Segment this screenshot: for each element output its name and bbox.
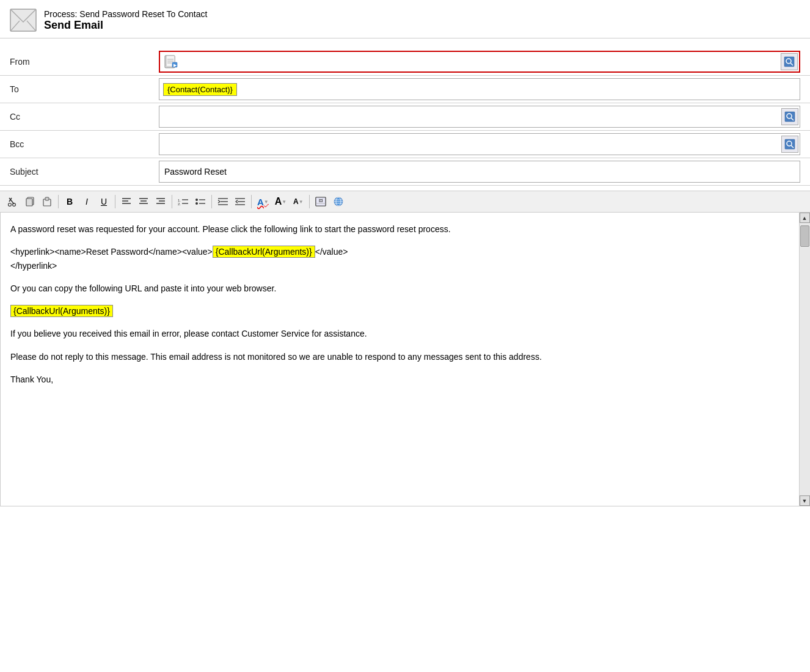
svg-text:2.: 2. xyxy=(178,202,181,206)
paste-button[interactable] xyxy=(39,194,55,210)
form-area: From ▶ <Vicki Morrison> xyxy=(0,38,810,186)
svg-point-42 xyxy=(195,202,198,205)
copy-icon xyxy=(25,197,35,206)
body-line4: Or you can copy the following URL and pa… xyxy=(10,282,787,296)
vertical-scrollbar[interactable]: ▲ ▼ xyxy=(799,213,809,506)
font-size-down-label: A xyxy=(293,197,299,206)
ordered-list-button[interactable]: 1. 2. xyxy=(175,194,191,210)
callback-url-highlight-1: {CallbackUrl(Arguments)} xyxy=(213,246,315,258)
font-size-down-button[interactable]: A ▼ xyxy=(290,194,306,210)
insert-link-icon xyxy=(332,197,345,206)
font-size-up-arrow: ▼ xyxy=(282,199,286,205)
cc-lookup-button[interactable] xyxy=(781,108,798,125)
subject-field[interactable]: Password Reset xyxy=(159,161,800,183)
bcc-row: Bcc xyxy=(0,131,810,158)
bcc-label: Bcc xyxy=(0,139,159,149)
document-icon: ▶ xyxy=(164,55,178,68)
align-center-button[interactable] xyxy=(136,194,151,210)
body-line8: Thank You, xyxy=(10,373,787,387)
align-left-button[interactable] xyxy=(119,194,134,210)
bold-button[interactable]: B xyxy=(62,194,78,210)
lookup-icon xyxy=(784,56,795,67)
scroll-thumb[interactable] xyxy=(800,225,809,247)
from-label: From xyxy=(0,57,159,67)
toolbar-sep-3 xyxy=(172,195,172,208)
font-size-down-arrow: ▼ xyxy=(299,199,304,205)
font-color-arrow: ▼ xyxy=(264,199,269,205)
underline-button[interactable]: U xyxy=(96,194,112,210)
align-center-icon xyxy=(139,197,148,206)
svg-point-22 xyxy=(9,203,12,206)
insert-image-button[interactable]: 🖼 xyxy=(313,194,329,210)
body-line2: <hyperlink><name>Reset Password</name><v… xyxy=(10,245,787,273)
body-line6: If you believe you received this email i… xyxy=(10,327,787,341)
page-title: Send Email xyxy=(44,19,207,32)
indent-icon xyxy=(217,197,228,206)
toolbar-sep-2 xyxy=(115,195,115,208)
align-right-button[interactable] xyxy=(153,194,169,210)
subject-value: Password Reset xyxy=(164,167,227,177)
process-label: Process: Send Password Reset To Contact xyxy=(44,9,207,19)
copy-button[interactable] xyxy=(22,194,38,210)
insert-link-button[interactable] xyxy=(330,194,347,210)
cc-lookup-icon xyxy=(784,111,795,122)
svg-text:🖼: 🖼 xyxy=(319,199,323,203)
svg-rect-27 xyxy=(45,197,49,200)
scroll-track[interactable] xyxy=(800,223,810,495)
toolbar-sep-4 xyxy=(211,195,212,208)
unordered-list-button[interactable] xyxy=(192,194,208,210)
header-text: Process: Send Password Reset To Contact … xyxy=(44,9,207,32)
ordered-list-icon: 1. 2. xyxy=(178,197,189,206)
cc-field[interactable] xyxy=(159,106,800,128)
from-lookup-button[interactable] xyxy=(781,53,798,70)
toolbar-sep-1 xyxy=(58,195,59,208)
from-input[interactable]: <Vicki Morrison> xyxy=(182,54,779,69)
unordered-list-icon xyxy=(195,197,206,206)
outdent-icon xyxy=(235,197,246,206)
font-color-label: A xyxy=(257,197,264,207)
email-content[interactable]: A password reset was requested for your … xyxy=(1,213,799,506)
to-label: To xyxy=(0,84,159,94)
callback-url-highlight-2: {CallbackUrl(Arguments)} xyxy=(10,305,113,317)
align-right-icon xyxy=(156,197,166,206)
scroll-down-button[interactable]: ▼ xyxy=(800,495,810,506)
body-line5: {CallbackUrl(Arguments)} xyxy=(10,304,787,318)
cc-row: Cc xyxy=(0,103,810,131)
toolbar: B I U 1. 2. xyxy=(0,191,810,213)
to-field[interactable]: {Contact(Contact)} xyxy=(159,78,800,100)
from-field[interactable]: ▶ <Vicki Morrison> xyxy=(159,51,800,73)
cut-icon xyxy=(8,197,18,206)
bcc-input[interactable] xyxy=(159,137,780,152)
font-color-button[interactable]: A ▼ xyxy=(255,194,271,210)
font-size-up-button[interactable]: A ▼ xyxy=(272,194,289,210)
bcc-field[interactable] xyxy=(159,133,800,155)
align-left-icon xyxy=(122,197,131,206)
body-hyperlink-post: </value> xyxy=(315,247,348,257)
cc-input[interactable] xyxy=(159,109,780,124)
scroll-up-button[interactable]: ▲ xyxy=(800,213,810,223)
outdent-button[interactable] xyxy=(232,194,248,210)
header: Process: Send Password Reset To Contact … xyxy=(0,0,810,38)
from-row: From ▶ <Vicki Morrison> xyxy=(0,48,810,76)
insert-image-icon: 🖼 xyxy=(315,197,326,206)
body-hyperlink-pre: <hyperlink><name>Reset Password</name><v… xyxy=(10,247,213,257)
email-body-wrapper: A password reset was requested for your … xyxy=(0,213,810,506)
body-hyperlink-close: </hyperlink> xyxy=(10,261,57,271)
bcc-lookup-button[interactable] xyxy=(781,136,798,153)
to-row: To {Contact(Contact)} xyxy=(0,76,810,103)
cc-label: Cc xyxy=(0,112,159,122)
to-tag: {Contact(Contact)} xyxy=(163,83,237,96)
toolbar-sep-6 xyxy=(309,195,310,208)
email-icon xyxy=(10,9,37,32)
cut-button[interactable] xyxy=(5,194,21,210)
indent-button[interactable] xyxy=(215,194,231,210)
italic-button[interactable]: I xyxy=(79,194,95,210)
body-line7: Please do not reply to this message. Thi… xyxy=(10,350,787,364)
bcc-lookup-icon xyxy=(784,139,795,150)
subject-row: Subject Password Reset xyxy=(0,158,810,186)
svg-rect-25 xyxy=(26,199,32,206)
paste-icon xyxy=(42,197,52,206)
toolbar-sep-5 xyxy=(251,195,252,208)
font-size-up-label: A xyxy=(275,196,282,207)
svg-point-41 xyxy=(195,199,198,201)
